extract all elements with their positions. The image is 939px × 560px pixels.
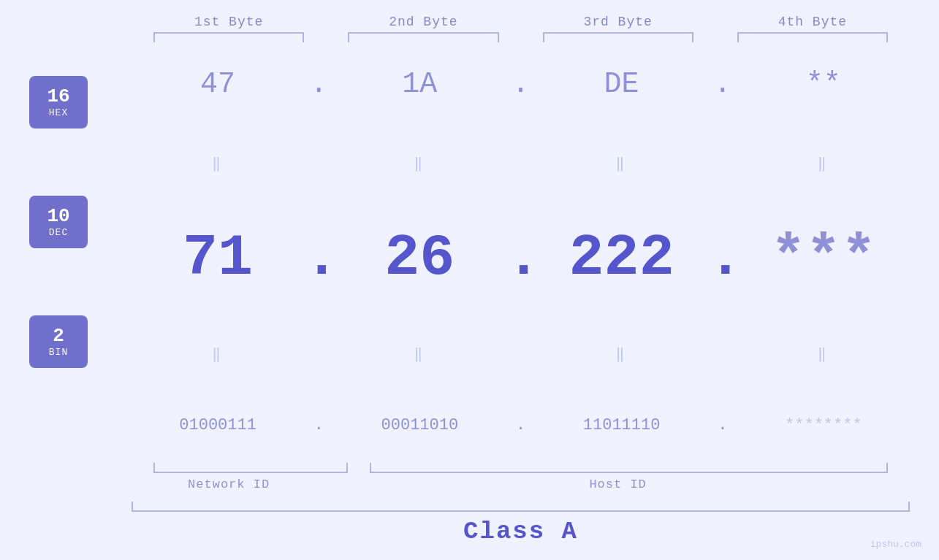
byte2-label: 2nd Byte	[326, 15, 520, 29]
bin-byte3: 11011110	[536, 416, 708, 434]
dec-byte4: ***	[737, 225, 910, 291]
hex-base-number: 16	[47, 86, 69, 107]
dec-byte3: 222	[536, 225, 708, 291]
main-grid: 16 HEX 10 DEC 2 BIN 47 .	[29, 42, 910, 460]
byte3-bracket-top	[543, 32, 693, 42]
bin-base-number: 2	[53, 326, 64, 347]
byte2-bracket-top	[348, 32, 498, 42]
eq2: ‖	[333, 154, 506, 172]
byte1-col: 1st Byte	[132, 15, 326, 42]
footer-watermark: ipshu.com	[870, 539, 921, 550]
dot-hex-2: .	[506, 68, 536, 101]
dec-byte2: 26	[333, 225, 506, 291]
equals-row-2: ‖ ‖ ‖ ‖	[132, 343, 910, 364]
dec-byte1: 71	[132, 225, 304, 291]
byte4-col: 4th Byte	[715, 15, 910, 42]
dot-bin-2: .	[506, 416, 536, 434]
equals-row-1: ‖ ‖ ‖ ‖	[132, 153, 910, 174]
byte1-label: 1st Byte	[132, 15, 326, 29]
hex-byte4: **	[737, 68, 910, 101]
eq1: ‖	[132, 154, 304, 172]
eq6: ‖	[333, 345, 506, 363]
bin-row: 01000111 . 00011010 . 11011110 .	[132, 416, 910, 434]
network-id-label: Network ID	[132, 477, 326, 491]
bottom-section: Network ID Host ID Class A	[29, 463, 910, 545]
class-bracket-row	[132, 502, 910, 512]
hex-byte1: 47	[132, 68, 304, 101]
class-bracket	[132, 502, 910, 512]
bin-byte2: 00011010	[333, 416, 506, 434]
dec-base-name: DEC	[49, 227, 68, 238]
eq7: ‖	[536, 345, 708, 363]
base-labels-col: 16 HEX 10 DEC 2 BIN	[29, 42, 132, 460]
dot-bin-1: .	[304, 416, 333, 434]
id-labels-row: Network ID Host ID	[132, 477, 910, 491]
dot-dec-2: .	[506, 225, 536, 291]
header-row: 1st Byte 2nd Byte 3rd Byte 4th Byte	[29, 15, 910, 42]
bin-badge: 2 BIN	[29, 315, 88, 368]
dot-dec-3: .	[708, 225, 737, 291]
values-area: 47 . 1A . DE . **	[132, 42, 910, 460]
byte4-label: 4th Byte	[715, 15, 910, 29]
hex-byte2: 1A	[333, 68, 506, 101]
dot-bin-3: .	[708, 416, 737, 434]
dot-hex-1: .	[304, 68, 333, 101]
hex-row: 47 . 1A . DE . **	[132, 68, 910, 101]
bracket-bottom-row	[132, 463, 910, 473]
class-label-row: Class A	[132, 518, 910, 545]
eq8: ‖	[737, 345, 910, 363]
eq3: ‖	[536, 154, 708, 172]
main-container: 1st Byte 2nd Byte 3rd Byte 4th Byte 16 H…	[0, 0, 939, 560]
host-id-label: Host ID	[326, 477, 910, 491]
host-bracket-bottom	[370, 463, 888, 473]
bin-byte4: ********	[737, 416, 910, 434]
dec-badge: 10 DEC	[29, 196, 88, 248]
hex-base-name: HEX	[49, 107, 68, 118]
eq5: ‖	[132, 345, 304, 363]
hex-badge: 16 HEX	[29, 76, 88, 129]
bin-byte1: 01000111	[132, 416, 304, 434]
class-label: Class A	[463, 518, 578, 545]
eq4: ‖	[737, 154, 910, 172]
byte4-bracket-top	[737, 32, 888, 42]
byte3-col: 3rd Byte	[521, 15, 715, 42]
byte3-label: 3rd Byte	[521, 15, 715, 29]
dot-hex-3: .	[708, 68, 737, 101]
dec-row: 71 . 26 . 222 . ***	[132, 225, 910, 291]
bin-base-name: BIN	[49, 347, 68, 358]
byte2-col: 2nd Byte	[326, 15, 520, 42]
network-bracket-bottom	[153, 463, 348, 473]
hex-byte3: DE	[536, 68, 708, 101]
dot-dec-1: .	[304, 225, 333, 291]
dec-base-number: 10	[47, 206, 69, 227]
byte1-bracket-top	[153, 32, 304, 42]
